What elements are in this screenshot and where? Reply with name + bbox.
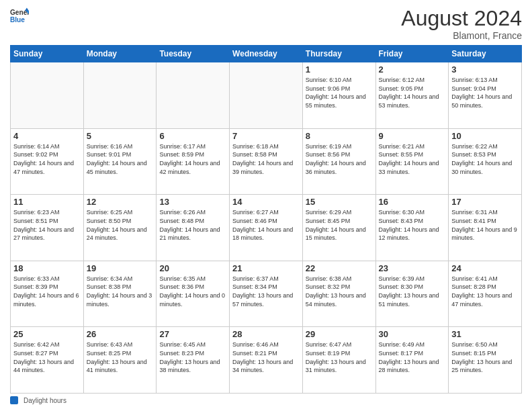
day-number: 18 [13,263,81,273]
day-number: 23 [379,263,446,273]
day-info: Sunrise: 6:38 AMSunset: 8:32 PMDaylight:… [306,275,373,308]
day-number: 13 [159,197,226,207]
day-header-saturday: Saturday [449,46,522,62]
page: General Blue August 2024 Blamont, France… [0,0,532,411]
day-info: Sunrise: 6:29 AMSunset: 8:45 PMDaylight:… [306,208,373,242]
calendar-cell: 22Sunrise: 6:38 AMSunset: 8:32 PMDayligh… [302,261,375,327]
calendar-cell: 14Sunrise: 6:27 AMSunset: 8:46 PMDayligh… [230,195,303,261]
day-header-thursday: Thursday [302,46,375,62]
day-info: Sunrise: 6:37 AMSunset: 8:34 PMDaylight:… [232,275,300,308]
day-number: 25 [13,329,81,339]
calendar-cell: 21Sunrise: 6:37 AMSunset: 8:34 PMDayligh… [230,261,303,327]
day-info: Sunrise: 6:50 AMSunset: 8:15 PMDaylight:… [451,340,519,374]
day-info: Sunrise: 6:39 AMSunset: 8:30 PMDaylight:… [379,275,446,308]
daylight-legend-dot [10,396,18,404]
calendar-week-1: 1Sunrise: 6:10 AMSunset: 9:06 PMDaylight… [11,62,522,129]
day-number: 31 [451,329,519,339]
day-info: Sunrise: 6:26 AMSunset: 8:48 PMDaylight:… [159,208,226,242]
day-header-tuesday: Tuesday [157,46,230,62]
day-number: 10 [451,131,519,141]
day-info: Sunrise: 6:13 AMSunset: 9:04 PMDaylight:… [451,76,519,109]
day-info: Sunrise: 6:19 AMSunset: 8:56 PMDaylight:… [306,142,373,176]
day-number: 11 [13,197,81,207]
day-header-sunday: Sunday [11,46,84,62]
calendar-cell: 9Sunrise: 6:21 AMSunset: 8:55 PMDaylight… [375,128,449,195]
day-info: Sunrise: 6:10 AMSunset: 9:06 PMDaylight:… [306,76,373,109]
calendar-cell: 15Sunrise: 6:29 AMSunset: 8:45 PMDayligh… [302,195,375,261]
calendar-cell: 27Sunrise: 6:45 AMSunset: 8:23 PMDayligh… [157,327,230,394]
calendar-cell: 16Sunrise: 6:30 AMSunset: 8:43 PMDayligh… [375,195,449,261]
day-info: Sunrise: 6:47 AMSunset: 8:19 PMDaylight:… [306,340,373,374]
calendar-cell: 26Sunrise: 6:43 AMSunset: 8:25 PMDayligh… [83,327,157,394]
calendar-cell: 25Sunrise: 6:42 AMSunset: 8:27 PMDayligh… [11,327,84,394]
day-info: Sunrise: 6:49 AMSunset: 8:17 PMDaylight:… [379,340,446,374]
day-number: 1 [306,64,373,75]
day-number: 16 [379,197,446,207]
calendar-cell: 30Sunrise: 6:49 AMSunset: 8:17 PMDayligh… [375,327,449,394]
day-info: Sunrise: 6:27 AMSunset: 8:46 PMDaylight:… [232,208,300,242]
day-info: Sunrise: 6:22 AMSunset: 8:53 PMDaylight:… [451,142,519,176]
calendar-cell: 24Sunrise: 6:41 AMSunset: 8:28 PMDayligh… [449,261,522,327]
calendar-week-5: 25Sunrise: 6:42 AMSunset: 8:27 PMDayligh… [11,327,522,394]
calendar-cell [11,62,84,129]
calendar-cell: 20Sunrise: 6:35 AMSunset: 8:36 PMDayligh… [157,261,230,327]
day-info: Sunrise: 6:25 AMSunset: 8:50 PMDaylight:… [87,208,154,242]
day-number: 29 [306,329,373,339]
calendar-cell: 18Sunrise: 6:33 AMSunset: 8:39 PMDayligh… [11,261,84,327]
day-number: 17 [451,197,519,207]
day-number: 7 [232,131,300,141]
day-header-friday: Friday [375,46,449,62]
day-info: Sunrise: 6:34 AMSunset: 8:38 PMDaylight:… [87,275,154,308]
calendar-cell [83,62,157,129]
day-info: Sunrise: 6:45 AMSunset: 8:23 PMDaylight:… [159,340,226,374]
day-header-wednesday: Wednesday [230,46,303,62]
day-info: Sunrise: 6:12 AMSunset: 9:05 PMDaylight:… [379,76,446,109]
calendar-cell: 31Sunrise: 6:50 AMSunset: 8:15 PMDayligh… [449,327,522,394]
calendar-cell: 12Sunrise: 6:25 AMSunset: 8:50 PMDayligh… [83,195,157,261]
day-number: 19 [87,263,154,273]
calendar-cell: 10Sunrise: 6:22 AMSunset: 8:53 PMDayligh… [449,128,522,195]
day-number: 3 [451,64,519,75]
day-info: Sunrise: 6:17 AMSunset: 8:59 PMDaylight:… [159,142,226,176]
calendar-cell: 23Sunrise: 6:39 AMSunset: 8:30 PMDayligh… [375,261,449,327]
day-info: Sunrise: 6:41 AMSunset: 8:28 PMDaylight:… [451,275,519,308]
day-info: Sunrise: 6:23 AMSunset: 8:51 PMDaylight:… [13,208,81,242]
logo: General Blue [10,7,29,26]
day-info: Sunrise: 6:46 AMSunset: 8:21 PMDaylight:… [232,340,300,374]
month-year: August 2024 [401,7,522,30]
calendar-cell: 1Sunrise: 6:10 AMSunset: 9:06 PMDaylight… [302,62,375,129]
day-number: 28 [232,329,300,339]
footer: Daylight hours [10,396,522,404]
calendar-cell: 13Sunrise: 6:26 AMSunset: 8:48 PMDayligh… [157,195,230,261]
day-info: Sunrise: 6:16 AMSunset: 9:01 PMDaylight:… [87,142,154,176]
day-info: Sunrise: 6:18 AMSunset: 8:58 PMDaylight:… [232,142,300,176]
calendar-week-2: 4Sunrise: 6:14 AMSunset: 9:02 PMDaylight… [11,128,522,195]
day-number: 22 [306,263,373,273]
day-info: Sunrise: 6:42 AMSunset: 8:27 PMDaylight:… [13,340,81,374]
title-block: August 2024 Blamont, France [401,7,522,41]
calendar-cell: 11Sunrise: 6:23 AMSunset: 8:51 PMDayligh… [11,195,84,261]
day-number: 30 [379,329,446,339]
calendar-cell: 3Sunrise: 6:13 AMSunset: 9:04 PMDaylight… [449,62,522,129]
calendar-week-4: 18Sunrise: 6:33 AMSunset: 8:39 PMDayligh… [11,261,522,327]
day-number: 20 [159,263,226,273]
day-number: 27 [159,329,226,339]
day-number: 5 [87,131,154,141]
day-info: Sunrise: 6:21 AMSunset: 8:55 PMDaylight:… [379,142,446,176]
day-header-monday: Monday [83,46,157,62]
daylight-label: Daylight hours [24,397,66,404]
day-number: 24 [451,263,519,273]
calendar-cell [157,62,230,129]
day-number: 26 [87,329,154,339]
calendar-cell [230,62,303,129]
day-number: 8 [306,131,373,141]
day-number: 21 [232,263,300,273]
day-info: Sunrise: 6:35 AMSunset: 8:36 PMDaylight:… [159,275,226,308]
calendar-header-row: SundayMondayTuesdayWednesdayThursdayFrid… [11,46,522,62]
day-info: Sunrise: 6:14 AMSunset: 9:02 PMDaylight:… [13,142,81,176]
day-number: 6 [159,131,226,141]
calendar-cell: 4Sunrise: 6:14 AMSunset: 9:02 PMDaylight… [11,128,84,195]
svg-text:Blue: Blue [10,16,25,24]
calendar-cell: 6Sunrise: 6:17 AMSunset: 8:59 PMDaylight… [157,128,230,195]
day-number: 14 [232,197,300,207]
